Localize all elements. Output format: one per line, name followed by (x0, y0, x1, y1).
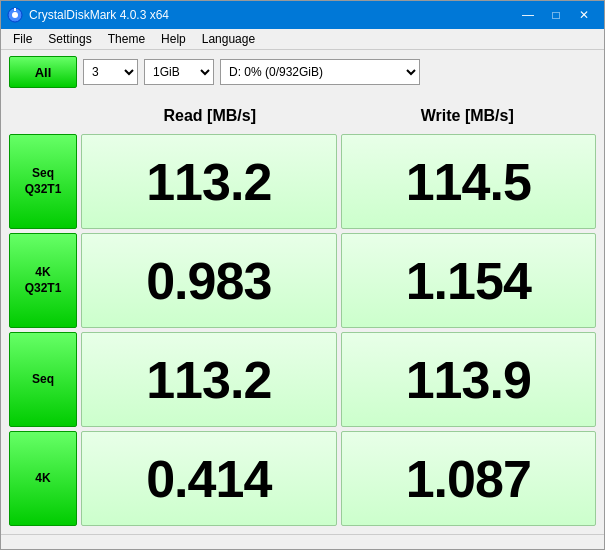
menu-file[interactable]: File (5, 31, 40, 47)
close-button[interactable]: ✕ (570, 1, 598, 29)
count-select[interactable]: 1 3 5 9 (83, 59, 138, 85)
table-row: 4KQ32T1 0.983 1.154 (9, 233, 596, 328)
seq-q32t1-write-value: 114.5 (406, 152, 531, 212)
toolbar: All 1 3 5 9 512MiB 1GiB 2GiB 4GiB D: 0% … (1, 50, 604, 94)
menu-bar: File Settings Theme Help Language (1, 29, 604, 50)
4k-q32t1-write-value: 1.154 (406, 251, 531, 311)
table-row: 4K 0.414 1.087 (9, 431, 596, 526)
status-bar (1, 534, 604, 549)
menu-language[interactable]: Language (194, 31, 263, 47)
seq-q32t1-read-cell: 113.2 (81, 134, 337, 229)
data-grid: SeqQ32T1 113.2 114.5 4KQ32T1 0.983 1.154 (9, 134, 596, 526)
menu-theme[interactable]: Theme (100, 31, 153, 47)
4k-q32t1-write-cell: 1.154 (341, 233, 597, 328)
seq-write-value: 113.9 (406, 350, 531, 410)
4k-read-value: 0.414 (146, 449, 271, 509)
main-content: Read [MB/s] Write [MB/s] SeqQ32T1 113.2 … (1, 94, 604, 534)
maximize-button[interactable]: □ (542, 1, 570, 29)
table-row: Seq 113.2 113.9 (9, 332, 596, 427)
menu-help[interactable]: Help (153, 31, 194, 47)
row-label-4k: 4K (9, 431, 77, 526)
write-header: Write [MB/s] (339, 107, 597, 125)
seq-write-cell: 113.9 (341, 332, 597, 427)
read-header: Read [MB/s] (81, 107, 339, 125)
title-bar: CrystalDiskMark 4.0.3 x64 — □ ✕ (1, 1, 604, 29)
menu-settings[interactable]: Settings (40, 31, 99, 47)
column-headers: Read [MB/s] Write [MB/s] (9, 98, 596, 134)
minimize-button[interactable]: — (514, 1, 542, 29)
row-label-seq: Seq (9, 332, 77, 427)
app-icon (7, 7, 23, 23)
all-button[interactable]: All (9, 56, 77, 88)
drive-select[interactable]: D: 0% (0/932GiB) (220, 59, 420, 85)
window-title: CrystalDiskMark 4.0.3 x64 (29, 8, 514, 22)
4k-write-value: 1.087 (406, 449, 531, 509)
seq-read-cell: 113.2 (81, 332, 337, 427)
main-window: CrystalDiskMark 4.0.3 x64 — □ ✕ File Set… (0, 0, 605, 550)
4k-write-cell: 1.087 (341, 431, 597, 526)
4k-read-cell: 0.414 (81, 431, 337, 526)
4k-q32t1-read-value: 0.983 (146, 251, 271, 311)
svg-point-1 (12, 12, 18, 18)
seq-read-value: 113.2 (146, 350, 271, 410)
table-row: SeqQ32T1 113.2 114.5 (9, 134, 596, 229)
seq-q32t1-read-value: 113.2 (146, 152, 271, 212)
window-controls: — □ ✕ (514, 1, 598, 29)
svg-rect-2 (14, 8, 16, 11)
row-label-4k-q32t1: 4KQ32T1 (9, 233, 77, 328)
size-select[interactable]: 512MiB 1GiB 2GiB 4GiB (144, 59, 214, 85)
row-label-seq-q32t1: SeqQ32T1 (9, 134, 77, 229)
seq-q32t1-write-cell: 114.5 (341, 134, 597, 229)
4k-q32t1-read-cell: 0.983 (81, 233, 337, 328)
